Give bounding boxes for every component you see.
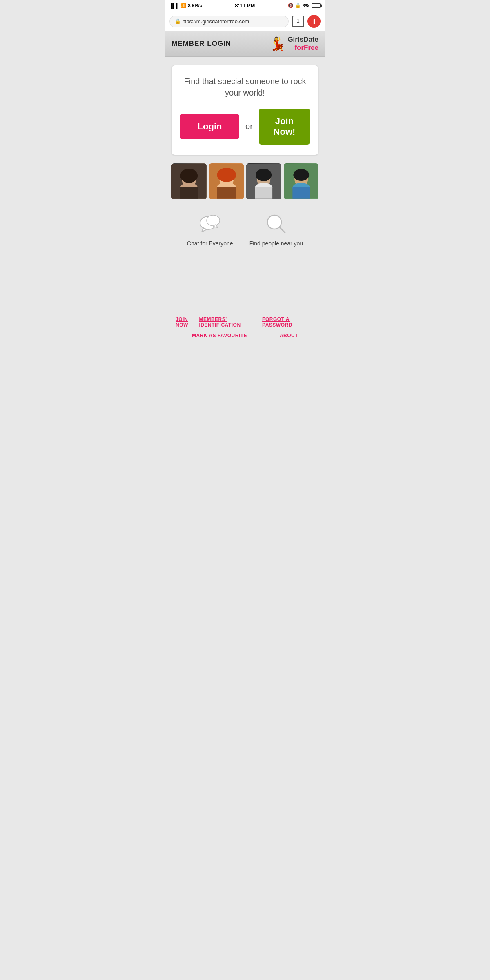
logo-girls: Girls: [287, 36, 303, 43]
photo-placeholder-1: [172, 163, 207, 199]
battery-icon: [312, 3, 321, 8]
card-tagline: Find that special someone to rock your w…: [180, 76, 310, 98]
svg-rect-4: [180, 187, 198, 198]
url-text: ttps://m.girlsdateforfree.com: [183, 18, 249, 24]
logo-free: Free: [304, 44, 318, 51]
svg-line-25: [279, 227, 285, 233]
feature-chat: Chat for Everyone: [187, 212, 233, 247]
profile-photo-1[interactable]: [172, 163, 207, 199]
chat-icon: [198, 212, 222, 236]
scroll-up-button[interactable]: ⬆: [307, 15, 321, 28]
chat-label: Chat for Everyone: [187, 240, 233, 247]
wifi-icon: 📶: [180, 3, 186, 8]
ssl-lock-icon: 🔒: [175, 18, 181, 24]
photos-row: [172, 163, 318, 199]
status-time: 8:11 PM: [235, 2, 255, 9]
features-row: Chat for Everyone Find people near you: [172, 207, 318, 251]
svg-point-2: [180, 169, 198, 183]
svg-point-7: [217, 168, 236, 182]
footer-row-1: JOIN NOW MEMBERS' IDENTIFICATION FORGOT …: [176, 316, 314, 328]
footer-about[interactable]: ABOUT: [280, 333, 298, 339]
svg-point-17: [293, 169, 309, 181]
main-content: Find that special someone to rock your w…: [165, 57, 325, 360]
login-button[interactable]: Login: [180, 114, 239, 139]
svg-point-22: [207, 215, 220, 226]
battery-percent: 3%: [303, 3, 309, 8]
search-label: Find people near you: [249, 240, 303, 247]
svg-rect-14: [255, 187, 272, 198]
svg-rect-9: [217, 187, 236, 198]
photo-placeholder-4: [284, 163, 319, 199]
status-right: 🔇 🔒 3%: [288, 3, 321, 8]
footer-members-id[interactable]: MEMBERS' IDENTIFICATION: [199, 316, 262, 328]
photo-placeholder-2: [209, 163, 244, 199]
logo-for: for: [294, 44, 304, 51]
footer-join-now[interactable]: JOIN NOW: [176, 316, 199, 328]
feature-search: Find people near you: [249, 212, 303, 247]
profile-photo-2[interactable]: [209, 163, 244, 199]
footer-mark-fav[interactable]: MARK AS FAVOURITE: [192, 333, 247, 339]
profile-photo-3[interactable]: [246, 163, 281, 199]
logo-text: GirlsDate forFree: [287, 36, 318, 52]
footer-links: JOIN NOW MEMBERS' IDENTIFICATION FORGOT …: [172, 308, 318, 352]
logo-date: Date: [303, 36, 318, 43]
login-card: Find that special someone to rock your w…: [172, 65, 318, 155]
or-text: or: [243, 122, 255, 131]
browser-bar: 🔒 ttps://m.girlsdateforfree.com 1 ⬆: [165, 11, 325, 31]
search-icon: [264, 212, 288, 236]
svg-point-12: [256, 169, 272, 181]
logo-figure-icon: 💃: [270, 37, 286, 50]
data-speed: 8 KB/s: [188, 3, 202, 8]
photo-placeholder-3: [246, 163, 281, 199]
profile-photo-4[interactable]: [284, 163, 319, 199]
signal-icon: ▐▌▌: [169, 3, 179, 8]
action-row: Login or Join Now!: [180, 109, 310, 145]
footer-forgot-pw[interactable]: FORGOT A PASSWORD: [262, 316, 314, 328]
status-left: ▐▌▌ 📶 8 KB/s: [169, 3, 202, 8]
status-bar: ▐▌▌ 📶 8 KB/s 8:11 PM 🔇 🔒 3%: [165, 0, 325, 11]
mute-icon: 🔇: [288, 3, 294, 8]
content-spacer: [172, 259, 318, 308]
svg-rect-19: [292, 187, 310, 198]
site-logo: 💃 GirlsDate forFree: [270, 36, 318, 52]
tab-count-button[interactable]: 1: [292, 16, 304, 27]
url-bar[interactable]: 🔒 ttps://m.girlsdateforfree.com: [169, 16, 289, 27]
join-button[interactable]: Join Now!: [259, 109, 310, 145]
footer-row-2: MARK AS FAVOURITE ABOUT: [176, 333, 314, 339]
lock-icon-status: 🔒: [295, 3, 301, 8]
site-header: MEMBER LOGIN 💃 GirlsDate forFree: [165, 31, 325, 57]
header-title: MEMBER LOGIN: [172, 40, 231, 48]
